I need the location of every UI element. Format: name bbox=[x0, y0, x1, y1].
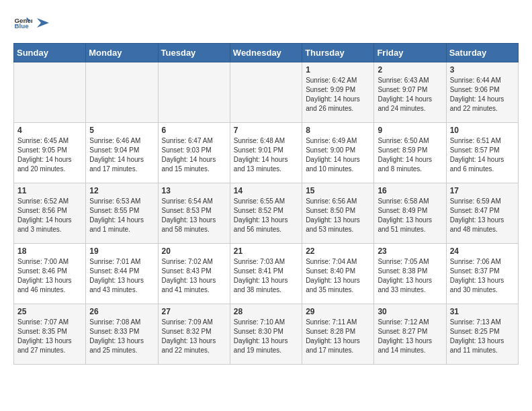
day-info: Sunrise: 6:50 AMSunset: 8:59 PMDaylight:… bbox=[378, 136, 442, 174]
day-info: Sunrise: 6:44 AMSunset: 9:06 PMDaylight:… bbox=[450, 76, 515, 113]
calendar-cell: 11Sunrise: 6:52 AMSunset: 8:56 PMDayligh… bbox=[14, 183, 86, 244]
day-info: Sunrise: 6:46 AMSunset: 9:04 PMDaylight:… bbox=[89, 136, 154, 174]
calendar-cell: 4Sunrise: 6:45 AMSunset: 9:05 PMDaylight… bbox=[14, 123, 86, 183]
day-number: 25 bbox=[17, 307, 82, 316]
day-number: 28 bbox=[234, 307, 298, 316]
day-info: Sunrise: 7:12 AMSunset: 8:27 PMDaylight:… bbox=[378, 318, 442, 355]
day-info: Sunrise: 7:02 AMSunset: 8:43 PMDaylight:… bbox=[162, 257, 226, 295]
calendar-cell: 1Sunrise: 6:42 AMSunset: 9:09 PMDaylight… bbox=[302, 62, 374, 123]
calendar-cell: 17Sunrise: 6:59 AMSunset: 8:47 PMDayligh… bbox=[446, 183, 518, 244]
column-header-wednesday: Wednesday bbox=[230, 44, 302, 62]
day-number: 27 bbox=[162, 307, 226, 316]
calendar-cell bbox=[230, 62, 302, 123]
day-info: Sunrise: 6:43 AMSunset: 9:07 PMDaylight:… bbox=[378, 76, 442, 113]
day-info: Sunrise: 6:56 AMSunset: 8:50 PMDaylight:… bbox=[306, 197, 370, 234]
day-number: 13 bbox=[162, 186, 226, 195]
header: General Blue bbox=[13, 13, 519, 32]
calendar-cell: 22Sunrise: 7:04 AMSunset: 8:40 PMDayligh… bbox=[302, 244, 374, 304]
day-info: Sunrise: 6:42 AMSunset: 9:09 PMDaylight:… bbox=[306, 76, 370, 113]
calendar-cell: 6Sunrise: 6:47 AMSunset: 9:03 PMDaylight… bbox=[158, 123, 230, 183]
calendar-cell: 8Sunrise: 6:49 AMSunset: 9:00 PMDaylight… bbox=[302, 123, 374, 183]
calendar-cell: 16Sunrise: 6:58 AMSunset: 8:49 PMDayligh… bbox=[374, 183, 446, 244]
logo: General Blue bbox=[13, 13, 49, 32]
day-number: 21 bbox=[234, 246, 298, 256]
day-number: 24 bbox=[450, 246, 515, 256]
day-number: 5 bbox=[89, 126, 154, 135]
calendar-cell: 14Sunrise: 6:55 AMSunset: 8:52 PMDayligh… bbox=[230, 183, 302, 244]
day-number: 23 bbox=[378, 246, 442, 256]
day-info: Sunrise: 6:59 AMSunset: 8:47 PMDaylight:… bbox=[450, 197, 515, 234]
day-number: 9 bbox=[378, 126, 442, 135]
logo-icon: General Blue bbox=[13, 13, 32, 32]
calendar-header-row: SundayMondayTuesdayWednesdayThursdayFrid… bbox=[14, 44, 519, 62]
day-info: Sunrise: 6:52 AMSunset: 8:56 PMDaylight:… bbox=[17, 197, 82, 234]
calendar-cell bbox=[86, 62, 158, 123]
calendar-cell: 23Sunrise: 7:05 AMSunset: 8:38 PMDayligh… bbox=[374, 244, 446, 304]
calendar-cell: 10Sunrise: 6:51 AMSunset: 8:57 PMDayligh… bbox=[446, 123, 518, 183]
calendar-cell: 31Sunrise: 7:13 AMSunset: 8:25 PMDayligh… bbox=[446, 304, 518, 365]
day-number: 2 bbox=[378, 65, 442, 75]
calendar-cell: 30Sunrise: 7:12 AMSunset: 8:27 PMDayligh… bbox=[374, 304, 446, 365]
day-number: 17 bbox=[450, 186, 515, 195]
calendar-cell: 20Sunrise: 7:02 AMSunset: 8:43 PMDayligh… bbox=[158, 244, 230, 304]
day-number: 29 bbox=[306, 307, 370, 316]
day-info: Sunrise: 6:58 AMSunset: 8:49 PMDaylight:… bbox=[378, 197, 442, 234]
day-info: Sunrise: 7:09 AMSunset: 8:32 PMDaylight:… bbox=[162, 318, 226, 355]
day-number: 14 bbox=[234, 186, 298, 195]
day-number: 7 bbox=[234, 126, 298, 135]
day-info: Sunrise: 6:49 AMSunset: 9:00 PMDaylight:… bbox=[306, 136, 370, 174]
column-header-tuesday: Tuesday bbox=[158, 44, 230, 62]
day-info: Sunrise: 7:03 AMSunset: 8:41 PMDaylight:… bbox=[234, 257, 298, 295]
day-info: Sunrise: 7:06 AMSunset: 8:37 PMDaylight:… bbox=[450, 257, 515, 295]
day-info: Sunrise: 6:55 AMSunset: 8:52 PMDaylight:… bbox=[234, 197, 298, 234]
column-header-sunday: Sunday bbox=[14, 44, 86, 62]
calendar-cell: 18Sunrise: 7:00 AMSunset: 8:46 PMDayligh… bbox=[14, 244, 86, 304]
day-number: 26 bbox=[89, 307, 154, 316]
day-number: 10 bbox=[450, 126, 515, 135]
calendar-week-row: 11Sunrise: 6:52 AMSunset: 8:56 PMDayligh… bbox=[14, 183, 519, 244]
calendar-cell: 9Sunrise: 6:50 AMSunset: 8:59 PMDaylight… bbox=[374, 123, 446, 183]
calendar-cell: 13Sunrise: 6:54 AMSunset: 8:53 PMDayligh… bbox=[158, 183, 230, 244]
day-number: 30 bbox=[378, 307, 442, 316]
day-info: Sunrise: 7:01 AMSunset: 8:44 PMDaylight:… bbox=[89, 257, 154, 295]
calendar-cell: 27Sunrise: 7:09 AMSunset: 8:32 PMDayligh… bbox=[158, 304, 230, 365]
day-info: Sunrise: 7:00 AMSunset: 8:46 PMDaylight:… bbox=[17, 257, 82, 295]
day-number: 19 bbox=[89, 246, 154, 256]
calendar-cell: 15Sunrise: 6:56 AMSunset: 8:50 PMDayligh… bbox=[302, 183, 374, 244]
column-header-saturday: Saturday bbox=[446, 44, 518, 62]
day-number: 22 bbox=[306, 246, 370, 256]
calendar-week-row: 1Sunrise: 6:42 AMSunset: 9:09 PMDaylight… bbox=[14, 62, 519, 123]
logo-arrow-icon bbox=[37, 18, 49, 28]
column-header-friday: Friday bbox=[374, 44, 446, 62]
calendar-cell: 29Sunrise: 7:11 AMSunset: 8:28 PMDayligh… bbox=[302, 304, 374, 365]
calendar-cell: 7Sunrise: 6:48 AMSunset: 9:01 PMDaylight… bbox=[230, 123, 302, 183]
calendar-cell: 25Sunrise: 7:07 AMSunset: 8:35 PMDayligh… bbox=[14, 304, 86, 365]
calendar-cell: 26Sunrise: 7:08 AMSunset: 8:33 PMDayligh… bbox=[86, 304, 158, 365]
calendar-cell bbox=[158, 62, 230, 123]
day-number: 15 bbox=[306, 186, 370, 195]
day-info: Sunrise: 7:05 AMSunset: 8:38 PMDaylight:… bbox=[378, 257, 442, 295]
calendar-week-row: 4Sunrise: 6:45 AMSunset: 9:05 PMDaylight… bbox=[14, 123, 519, 183]
day-info: Sunrise: 7:07 AMSunset: 8:35 PMDaylight:… bbox=[17, 318, 82, 355]
calendar-table: SundayMondayTuesdayWednesdayThursdayFrid… bbox=[13, 43, 519, 365]
day-info: Sunrise: 6:51 AMSunset: 8:57 PMDaylight:… bbox=[450, 136, 515, 174]
calendar-cell: 12Sunrise: 6:53 AMSunset: 8:55 PMDayligh… bbox=[86, 183, 158, 244]
day-number: 16 bbox=[378, 186, 442, 195]
calendar-cell: 5Sunrise: 6:46 AMSunset: 9:04 PMDaylight… bbox=[86, 123, 158, 183]
day-info: Sunrise: 7:11 AMSunset: 8:28 PMDaylight:… bbox=[306, 318, 370, 355]
column-header-monday: Monday bbox=[86, 44, 158, 62]
calendar-cell: 2Sunrise: 6:43 AMSunset: 9:07 PMDaylight… bbox=[374, 62, 446, 123]
calendar-cell: 19Sunrise: 7:01 AMSunset: 8:44 PMDayligh… bbox=[86, 244, 158, 304]
day-number: 12 bbox=[89, 186, 154, 195]
day-number: 1 bbox=[306, 65, 370, 75]
day-info: Sunrise: 6:45 AMSunset: 9:05 PMDaylight:… bbox=[17, 136, 82, 174]
svg-text:Blue: Blue bbox=[14, 22, 29, 30]
logo-blue bbox=[35, 18, 49, 28]
day-number: 11 bbox=[17, 186, 82, 195]
day-info: Sunrise: 6:47 AMSunset: 9:03 PMDaylight:… bbox=[162, 136, 226, 174]
day-number: 31 bbox=[450, 307, 515, 316]
day-number: 6 bbox=[162, 126, 226, 135]
svg-marker-2 bbox=[37, 18, 49, 28]
day-info: Sunrise: 7:10 AMSunset: 8:30 PMDaylight:… bbox=[234, 318, 298, 355]
calendar-week-row: 18Sunrise: 7:00 AMSunset: 8:46 PMDayligh… bbox=[14, 244, 519, 304]
